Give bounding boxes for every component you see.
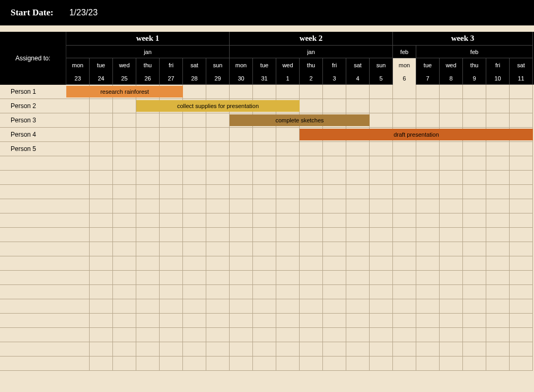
grid-cell[interactable] [416,142,440,156]
grid-cell[interactable] [113,228,136,242]
grid-cell[interactable] [510,113,533,128]
grid-cell[interactable] [370,256,393,271]
grid-cell[interactable] [206,271,230,285]
grid-cell[interactable] [300,171,323,185]
grid-cell[interactable] [230,156,253,171]
grid-cell[interactable] [276,171,300,185]
grid-cell[interactable] [510,171,533,185]
person-row[interactable]: Person 1 [0,85,66,99]
grid-cell[interactable] [113,99,136,113]
grid-cell[interactable] [463,85,486,99]
grid-cell[interactable] [253,185,276,199]
grid-cell[interactable] [463,299,486,314]
grid-cell[interactable] [393,185,416,199]
grid-cell[interactable] [206,142,230,156]
grid-cell[interactable] [276,285,300,299]
grid-cell[interactable] [510,228,533,242]
grid-cell[interactable] [323,256,346,271]
grid-cell[interactable] [323,242,346,256]
grid-cell[interactable] [113,213,136,228]
grid-cell[interactable] [393,85,416,99]
grid-cell[interactable] [416,256,440,271]
grid-cell[interactable] [276,128,300,142]
grid-cell[interactable] [370,357,393,371]
grid-cell[interactable] [416,328,440,342]
grid-cell[interactable] [183,242,206,256]
grid-cell[interactable] [160,271,183,285]
grid-cell[interactable] [183,299,206,314]
grid-cell[interactable] [300,357,323,371]
grid-cell[interactable] [346,256,370,271]
grid-cell[interactable] [230,128,253,142]
grid-cell[interactable] [160,357,183,371]
grid-cell[interactable] [463,213,486,228]
grid-cell[interactable] [300,99,323,113]
grid-cell[interactable] [346,242,370,256]
grid-cell[interactable] [113,285,136,299]
grid-cell[interactable] [416,113,440,128]
person-row[interactable] [0,328,66,342]
grid-cell[interactable] [253,142,276,156]
grid-cell[interactable] [160,242,183,256]
grid-cell[interactable] [230,199,253,213]
grid-cell[interactable] [300,142,323,156]
grid-cell[interactable] [230,213,253,228]
grid-cell[interactable] [230,328,253,342]
grid-cell[interactable] [323,299,346,314]
grid-cell[interactable] [253,156,276,171]
grid-cell[interactable] [230,171,253,185]
grid-cell[interactable] [136,128,160,142]
grid-cell[interactable] [160,256,183,271]
grid-cell[interactable] [183,199,206,213]
grid-cell[interactable] [510,185,533,199]
grid-cell[interactable] [323,342,346,357]
grid-cell[interactable] [206,342,230,357]
grid-cell[interactable] [276,328,300,342]
person-row[interactable]: Person 3 [0,113,66,128]
grid-cell[interactable] [463,156,486,171]
grid-cell[interactable] [253,357,276,371]
grid-cell[interactable] [416,185,440,199]
grid-cell[interactable] [510,285,533,299]
grid-cell[interactable] [323,271,346,285]
grid-cell[interactable] [206,314,230,328]
grid-cell[interactable] [90,99,113,113]
grid-cell[interactable] [486,213,510,228]
grid-cell[interactable] [253,171,276,185]
grid-cell[interactable] [230,357,253,371]
grid-cell[interactable] [66,171,90,185]
grid-cell[interactable] [90,142,113,156]
grid-cell[interactable] [510,256,533,271]
grid-cell[interactable] [463,113,486,128]
grid-cell[interactable] [183,156,206,171]
grid-cell[interactable] [90,342,113,357]
grid-cell[interactable] [230,271,253,285]
grid-cell[interactable] [66,99,90,113]
person-row[interactable] [0,285,66,299]
grid-cell[interactable] [66,314,90,328]
grid-cell[interactable] [90,213,113,228]
grid-cell[interactable] [160,328,183,342]
grid-cell[interactable] [206,128,230,142]
grid-cell[interactable] [66,128,90,142]
grid-cell[interactable] [136,199,160,213]
grid-cell[interactable] [206,171,230,185]
grid-cell[interactable] [323,171,346,185]
grid-cell[interactable] [253,128,276,142]
grid-cell[interactable] [393,242,416,256]
grid-cell[interactable] [253,271,276,285]
grid-cell[interactable] [276,228,300,242]
grid-cell[interactable] [440,299,463,314]
grid-cell[interactable] [136,299,160,314]
grid-cell[interactable] [113,128,136,142]
grid-cell[interactable] [136,228,160,242]
grid-cell[interactable] [440,213,463,228]
grid-cell[interactable] [416,85,440,99]
grid-cell[interactable] [393,271,416,285]
grid-cell[interactable] [160,285,183,299]
grid-cell[interactable] [393,328,416,342]
grid-cell[interactable] [183,314,206,328]
grid-cell[interactable] [300,256,323,271]
grid-cell[interactable] [183,213,206,228]
grid-cell[interactable] [300,314,323,328]
